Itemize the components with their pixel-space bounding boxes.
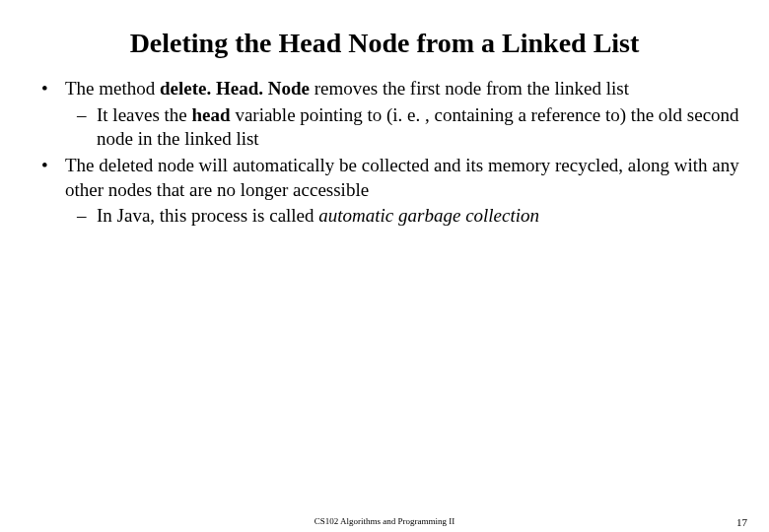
bullet-text: The method delete. Head. Node removes th… (65, 77, 749, 101)
text-segment: removes the first node from the linked l… (310, 78, 629, 99)
sub-bullet-marker: – (77, 103, 97, 128)
slide-title: Deleting the Head Node from a Linked Lis… (0, 0, 769, 77)
bullet-item: • The deleted node will automatically be… (37, 154, 749, 202)
sub-bullet-text: It leaves the head variable pointing to … (97, 103, 749, 152)
bullet-marker: • (37, 77, 65, 101)
text-segment: The method (65, 78, 160, 99)
bullet-text: The deleted node will automatically be c… (65, 154, 749, 202)
sub-bullet-item: – It leaves the head variable pointing t… (37, 103, 749, 152)
footer-page-number: 17 (736, 516, 747, 528)
text-italic: automatic garbage collection (318, 205, 539, 226)
slide-content: • The method delete. Head. Node removes … (0, 77, 769, 229)
text-segment: In Java, this process is called (97, 205, 318, 226)
text-bold: delete. Head. Node (160, 78, 310, 99)
bullet-marker: • (37, 154, 65, 178)
sub-bullet-text: In Java, this process is called automati… (97, 204, 749, 229)
footer-course: CS102 Algorithms and Programming II (315, 516, 455, 526)
text-segment: The deleted node will automatically be c… (65, 155, 739, 200)
sub-bullet-marker: – (77, 204, 97, 229)
text-segment: It leaves the (97, 104, 192, 125)
bullet-item: • The method delete. Head. Node removes … (37, 77, 749, 101)
sub-bullet-item: – In Java, this process is called automa… (37, 204, 749, 229)
text-bold: head (192, 104, 231, 125)
